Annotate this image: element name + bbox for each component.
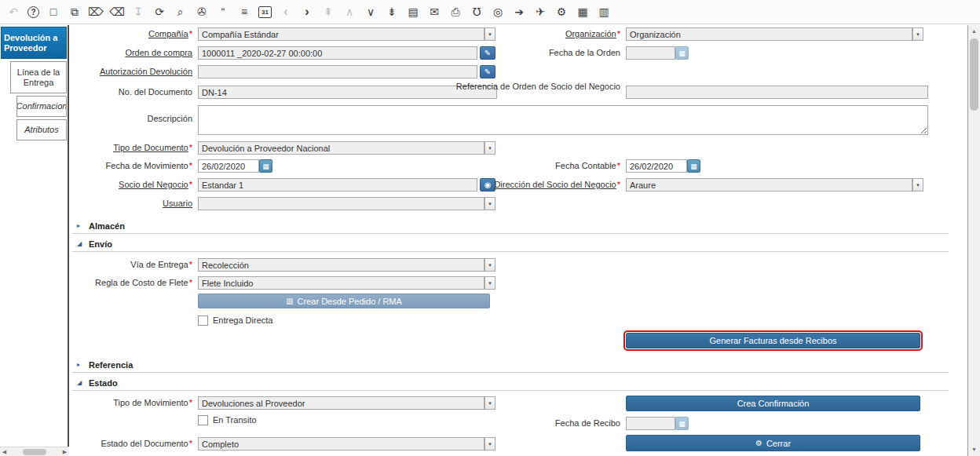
- form-area: Compañía* ▼ Organización* ▼ Orden de com…: [71, 25, 967, 456]
- delete-record-icon[interactable]: ⌦: [89, 5, 103, 19]
- gear-icon: ⚙: [755, 439, 762, 447]
- regla-flete-field[interactable]: [198, 276, 485, 290]
- descripcion-label: Descripción: [75, 114, 192, 123]
- horizontal-scroll-thumb[interactable]: [23, 449, 46, 455]
- autorizacion-record-button[interactable]: ✎: [480, 65, 495, 78]
- tipo-documento-field[interactable]: [198, 141, 485, 155]
- required-marker: *: [189, 260, 192, 269]
- tipo-movimiento-dropdown-button[interactable]: ▼: [485, 396, 495, 410]
- lock-icon[interactable]: ℧: [470, 5, 484, 19]
- form-view-icon[interactable]: ▤: [406, 5, 420, 19]
- fecha-recibo-field[interactable]: [626, 417, 675, 430]
- fecha-contable-label: Fecha Contable*: [428, 161, 620, 170]
- fecha-orden-label: Fecha de la Orden: [428, 48, 620, 57]
- entrega-directa-checkbox[interactable]: [198, 316, 208, 326]
- new-record-icon[interactable]: □: [46, 5, 60, 19]
- change-log-icon[interactable]: ≡: [237, 5, 251, 19]
- via-entrega-dropdown-button[interactable]: ▼: [485, 258, 495, 272]
- product-info-icon[interactable]: ▦: [576, 5, 590, 19]
- save-icon: ↧: [131, 5, 145, 19]
- en-transito-label: En Transito: [213, 415, 257, 425]
- fecha-movimiento-field[interactable]: [198, 159, 259, 173]
- usuario-dropdown-button[interactable]: ▼: [485, 197, 495, 210]
- mail-icon[interactable]: ✉: [427, 5, 441, 19]
- zoom-across-icon[interactable]: ◎: [491, 5, 505, 19]
- autorizacion-field[interactable]: [198, 65, 477, 78]
- tab-sidebar: Devolución a Proveedor Línea de la Entre…: [0, 25, 69, 447]
- find-icon[interactable]: ⌕: [174, 5, 188, 19]
- required-marker: *: [189, 398, 192, 407]
- descripcion-field[interactable]: [198, 105, 928, 135]
- section-referencia[interactable]: ▸ Referencia: [72, 359, 949, 373]
- section-referencia-label: Referencia: [89, 360, 133, 370]
- send-icon[interactable]: ✈: [533, 5, 547, 19]
- scroll-right-icon[interactable]: ▶: [60, 449, 69, 455]
- crear-desde-pedido-button[interactable]: ▥ Crear Desde Pedido / RMA: [198, 294, 490, 308]
- socio-negocio-label: Socio del Negocio*: [75, 180, 192, 189]
- vertical-scroll-thumb[interactable]: [970, 38, 978, 111]
- detail-record-icon[interactable]: ∨: [364, 5, 378, 19]
- attachment-icon[interactable]: ✇: [195, 5, 209, 19]
- fecha-orden-field[interactable]: [626, 46, 675, 60]
- last-record-icon[interactable]: ⇟: [385, 5, 399, 19]
- estado-documento-field[interactable]: [198, 437, 485, 451]
- tipo-documento-label: Tipo de Documento*: [75, 143, 192, 152]
- report-icon[interactable]: ▥: [597, 5, 611, 19]
- calendar-icon[interactable]: 31: [258, 6, 272, 18]
- fecha-movimiento-calendar-button[interactable]: ▦: [259, 159, 272, 173]
- chat-icon[interactable]: “: [216, 5, 230, 19]
- required-marker: *: [617, 161, 620, 170]
- copy-record-icon[interactable]: ⧉: [68, 5, 82, 19]
- autorizacion-label: Autorización Devolución: [75, 67, 192, 76]
- preferences-icon[interactable]: ⚙: [554, 5, 569, 19]
- refresh-icon[interactable]: ⟳: [152, 5, 166, 19]
- fecha-orden-calendar-button[interactable]: ▦: [675, 46, 689, 60]
- estado-documento-dropdown-button[interactable]: ▼: [485, 437, 495, 451]
- organizacion-dropdown-button[interactable]: ▼: [912, 27, 923, 41]
- required-marker: *: [189, 180, 192, 189]
- create-from-icon: ▥: [286, 297, 293, 305]
- crea-confirmacion-button[interactable]: Crea Confirmación: [626, 396, 920, 411]
- section-envio[interactable]: ◢ Envío: [72, 239, 949, 252]
- scroll-left-icon[interactable]: ◀: [0, 449, 9, 455]
- tab-linea-de-la-entrega[interactable]: Línea de la Entrega: [10, 61, 67, 93]
- tab-confirmacion[interactable]: Confirmacion: [16, 96, 67, 117]
- fecha-recibo-calendar-button[interactable]: ▦: [675, 417, 689, 430]
- no-documento-label: No. del Documento: [75, 87, 192, 97]
- fecha-movimiento-label: Fecha de Movimiento*: [75, 161, 192, 170]
- estado-documento-label: Estado del Documento*: [75, 439, 192, 448]
- direccion-socio-field[interactable]: [626, 178, 912, 192]
- usuario-field[interactable]: [198, 197, 485, 210]
- tipo-documento-dropdown-button[interactable]: ▼: [485, 141, 495, 155]
- tab-atributos[interactable]: Atributos: [16, 119, 67, 140]
- delete-selection-icon[interactable]: ⌫: [110, 5, 124, 19]
- generar-facturas-button[interactable]: Generar Facturas desde Recibos: [626, 333, 920, 348]
- help-icon[interactable]: ?: [27, 6, 39, 18]
- direccion-socio-dropdown-button[interactable]: ▼: [912, 178, 923, 192]
- scroll-up-icon[interactable]: ▲: [968, 25, 980, 37]
- regla-flete-dropdown-button[interactable]: ▼: [485, 276, 495, 290]
- required-marker: *: [189, 278, 192, 287]
- required-marker: *: [189, 29, 192, 38]
- referencia-orden-field[interactable]: [626, 86, 928, 99]
- scroll-down-icon[interactable]: ▼: [968, 443, 980, 455]
- fecha-recibo-label: Fecha de Recibo: [428, 418, 620, 428]
- tab-devolucion-a-proveedor[interactable]: Devolución a Proveedor: [1, 27, 67, 59]
- next-record-icon[interactable]: ›: [300, 5, 314, 19]
- en-transito-checkbox[interactable]: [198, 415, 208, 425]
- section-envio-label: Envío: [89, 239, 112, 249]
- referencia-orden-label: Referencia de Orden de Socio del Negocio: [428, 82, 620, 91]
- vertical-scrollbar: ▲ ▼: [967, 25, 980, 456]
- via-entrega-field[interactable]: [198, 258, 485, 272]
- fecha-contable-calendar-button[interactable]: ▦: [687, 159, 700, 173]
- workflow-icon[interactable]: ➔: [512, 5, 526, 19]
- fecha-contable-field[interactable]: [626, 159, 687, 173]
- print-icon[interactable]: ⎙: [448, 5, 463, 19]
- section-almacen[interactable]: ▸ Almacén: [72, 221, 949, 234]
- cerrar-button[interactable]: ⚙ Cerrar: [626, 435, 920, 451]
- organizacion-field[interactable]: [626, 27, 912, 41]
- tipo-movimiento-field[interactable]: [198, 396, 485, 410]
- required-marker: *: [189, 439, 192, 448]
- crear-desde-label: Crear Desde Pedido / RMA: [298, 297, 402, 306]
- section-estado[interactable]: ◢ Estado: [72, 378, 949, 391]
